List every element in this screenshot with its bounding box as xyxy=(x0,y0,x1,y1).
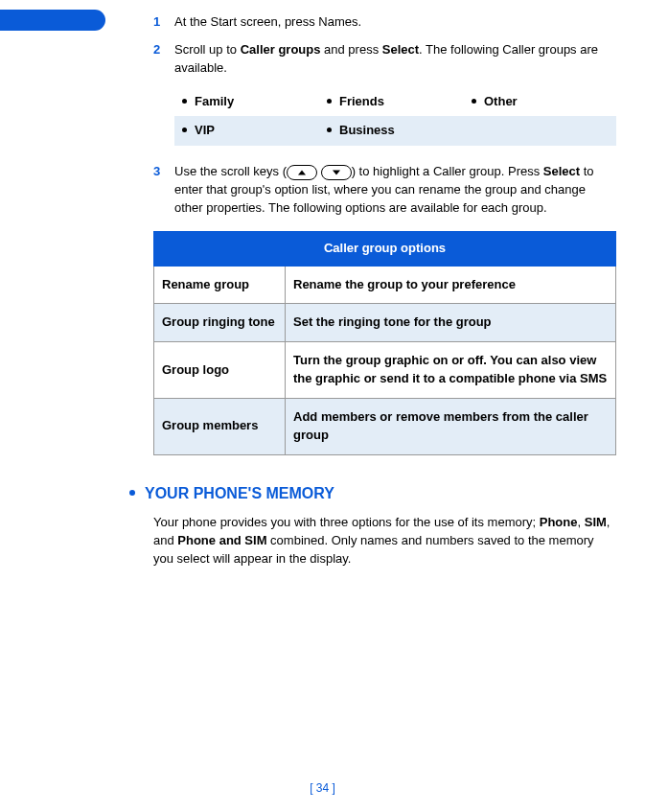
group-label: Family xyxy=(195,94,234,108)
text: , xyxy=(577,515,584,529)
bullet-icon xyxy=(327,99,332,104)
bold-text: Select xyxy=(382,42,419,57)
step-1: 1 At the Start screen, press Names. xyxy=(153,13,616,32)
option-label: Group members xyxy=(154,398,286,454)
group-item: Business xyxy=(323,122,468,140)
table-row: Rename group Rename the group to your pr… xyxy=(154,266,616,304)
bold-text: Select xyxy=(543,164,580,178)
page-number: [ 34 ] xyxy=(0,781,645,795)
group-item: Other xyxy=(468,93,612,111)
section-heading: YOUR PHONE'S MEMORY xyxy=(129,482,616,504)
bullet-icon xyxy=(472,99,476,104)
table-row: Group logo Turn the group graphic on or … xyxy=(154,342,616,399)
section-bullet-icon xyxy=(129,490,135,496)
caller-group-options-table: Caller group options Rename group Rename… xyxy=(153,231,616,455)
text: Your phone provides you with three optio… xyxy=(153,515,540,529)
caller-groups-list: Family Friends Other VIP Business xyxy=(174,87,616,147)
option-desc: Turn the group graphic on or off. You ca… xyxy=(286,342,616,399)
option-desc: Add members or remove members from the c… xyxy=(286,398,616,454)
bold-text: Phone xyxy=(540,515,578,529)
step-3: 3 Use the scroll keys ( ) to highlight a… xyxy=(153,163,616,218)
option-label: Group logo xyxy=(154,342,286,399)
step-text: Scroll up to Caller groups and press Sel… xyxy=(174,41,616,78)
step-number: 3 xyxy=(153,163,174,218)
step-text: At the Start screen, press Names. xyxy=(174,13,616,32)
group-item: Family xyxy=(178,93,323,111)
option-label: Rename group xyxy=(154,266,286,304)
group-item: Friends xyxy=(323,93,468,111)
step-number: 2 xyxy=(153,41,174,78)
group-item-empty xyxy=(468,122,612,140)
bullet-icon xyxy=(327,128,332,132)
group-row: Family Friends Other xyxy=(174,87,616,117)
scroll-down-key-icon xyxy=(321,165,352,180)
group-label: Friends xyxy=(339,94,384,108)
group-label: Business xyxy=(339,123,395,137)
bullet-icon xyxy=(182,99,187,104)
group-label: VIP xyxy=(195,123,215,137)
table-row: Group members Add members or remove memb… xyxy=(154,398,616,454)
bold-text: SIM xyxy=(585,515,607,529)
table-row: Group ringing tone Set the ringing tone … xyxy=(154,304,616,342)
step-text: Use the scroll keys ( ) to highlight a C… xyxy=(174,163,616,218)
side-tab xyxy=(0,10,105,31)
text: Scroll up to xyxy=(174,42,241,57)
section-paragraph: Your phone provides you with three optio… xyxy=(153,514,616,568)
group-item: VIP xyxy=(178,122,323,140)
text: ) to highlight a Caller group. Press xyxy=(352,164,543,178)
bold-text: Caller groups xyxy=(241,42,321,57)
table-header: Caller group options xyxy=(154,231,616,266)
text: and press xyxy=(320,42,381,57)
bold-text: Phone and SIM xyxy=(177,533,266,547)
text: Use the scroll keys ( xyxy=(174,164,287,178)
group-row: VIP Business xyxy=(174,116,616,146)
group-label: Other xyxy=(484,94,518,108)
option-label: Group ringing tone xyxy=(154,304,286,342)
step-number: 1 xyxy=(153,13,174,32)
section-title: YOUR PHONE'S MEMORY xyxy=(145,485,334,501)
option-desc: Rename the group to your preference xyxy=(286,266,616,304)
bullet-icon xyxy=(182,128,187,132)
step-2: 2 Scroll up to Caller groups and press S… xyxy=(153,41,616,78)
option-desc: Set the ringing tone for the group xyxy=(286,304,616,342)
table-header-row: Caller group options xyxy=(154,231,616,266)
scroll-up-key-icon xyxy=(287,165,317,180)
